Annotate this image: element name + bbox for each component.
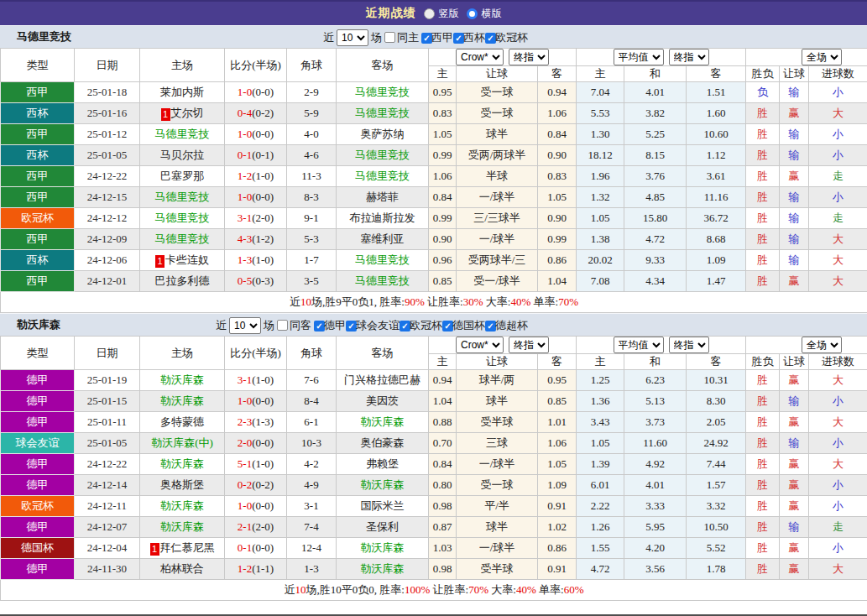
handicap-home-odds: 0.95 xyxy=(429,82,457,103)
match-row: 德甲24-12-07勒沃库森2-1(2-0)7-4圣保利0.87球半1.021.… xyxy=(1,517,867,538)
same-venue-checkbox[interactable] xyxy=(277,320,288,331)
games-count-select[interactable]: 10 xyxy=(337,29,368,46)
away-team[interactable]: 国际米兰 xyxy=(337,496,429,517)
full-match-select[interactable]: 全场 xyxy=(802,337,842,353)
away-team[interactable]: 马德里竞技 xyxy=(337,103,429,124)
home-team[interactable]: 马贝尔拉 xyxy=(140,145,225,166)
score: 1-0(0-0) xyxy=(225,124,287,145)
match-row: 西甲25-01-12马德里竞技1-0(0-0)4-0奥萨苏纳1.05球半0.84… xyxy=(1,124,867,145)
home-team[interactable]: 柏林联合 xyxy=(140,559,225,580)
average-odds-select[interactable]: 平均值 xyxy=(614,337,664,353)
home-team-name: 艾尔切 xyxy=(171,107,204,119)
handicap-away-odds: 1.04 xyxy=(538,271,577,292)
games-count-select[interactable]: 10 xyxy=(229,317,261,334)
sub-avg-draw: 和 xyxy=(624,66,687,82)
corner-count: 7-6 xyxy=(287,370,337,391)
average-final-select[interactable]: 终指 xyxy=(669,337,709,353)
handicap-home-odds: 0.94 xyxy=(429,370,457,391)
away-team[interactable]: 马德里竞技 xyxy=(337,145,429,166)
avg-draw-odds: 4.01 xyxy=(624,475,687,496)
avg-home-odds: 1.39 xyxy=(577,454,624,475)
away-team[interactable]: 勒沃库森 xyxy=(337,475,429,496)
away-team[interactable]: 勒沃库森 xyxy=(337,538,429,559)
result-goals: 走 xyxy=(809,166,867,187)
home-team[interactable]: 1拜仁慕尼黑 xyxy=(140,538,225,559)
away-team[interactable]: 奥萨苏纳 xyxy=(337,124,429,145)
score: 5-1(1-0) xyxy=(225,454,287,475)
col-corner: 角球 xyxy=(287,337,337,370)
home-team-name: 马德里竞技 xyxy=(155,191,210,203)
match-row: 西杯25-01-161艾尔切0-4(0-2)5-9马德里竞技0.83受一球1.0… xyxy=(1,103,867,124)
result-outcome: 胜 xyxy=(746,208,780,229)
half-time-score: (0-1) xyxy=(252,149,274,161)
competition-checkbox-label: 欧冠杯 xyxy=(495,31,528,44)
home-team[interactable]: 1卡些连奴 xyxy=(140,250,225,271)
corner-count: 3-1 xyxy=(287,496,337,517)
away-team[interactable]: 布拉迪斯拉发 xyxy=(337,208,429,229)
home-team[interactable]: 马德里竞技 xyxy=(140,208,225,229)
same-venue-checkbox[interactable] xyxy=(384,32,395,43)
match-date: 24-12-09 xyxy=(75,229,140,250)
average-final-select[interactable]: 终指 xyxy=(669,49,709,65)
away-team[interactable]: 美因茨 xyxy=(337,391,429,412)
summary-segment: 10 xyxy=(300,295,311,308)
handicap-away-odds: 0.90 xyxy=(538,208,577,229)
result-goals: 小 xyxy=(809,82,867,103)
filters: 近 10 场 同客 ✓德甲✓球会友谊✓欧冠杯✓德国杯✓德超杯 xyxy=(216,314,528,337)
full-time-score: 1-2 xyxy=(238,170,252,182)
odds-source-select[interactable]: Crow* xyxy=(456,337,504,353)
home-team[interactable]: 巴塞罗那 xyxy=(140,166,225,187)
home-team[interactable]: 勒沃库森 xyxy=(140,517,225,538)
competition-badge: 西甲 xyxy=(1,229,75,250)
avg-draw-odds: 4.72 xyxy=(624,229,687,250)
home-team[interactable]: 勒沃库森 xyxy=(140,391,225,412)
odds-final-select[interactable]: 终指 xyxy=(509,337,549,353)
home-team[interactable]: 马德里竞技 xyxy=(140,124,225,145)
home-team[interactable]: 勒沃库森 xyxy=(140,496,225,517)
full-time-score: 1-3 xyxy=(238,253,252,266)
away-team[interactable]: 马德里竞技 xyxy=(337,250,429,271)
result-outcome: 胜 xyxy=(746,412,780,433)
avg-home-odds: 1.30 xyxy=(577,124,624,145)
handicap-home-odds: 1.04 xyxy=(429,391,457,412)
full-match-select[interactable]: 全场 xyxy=(802,49,842,65)
radio-vertical-layout[interactable] xyxy=(424,8,435,19)
odds-final-select[interactable]: 终指 xyxy=(509,49,549,65)
away-team[interactable]: 马德里竞技 xyxy=(337,82,429,103)
away-team[interactable]: 勒沃库森 xyxy=(337,559,429,580)
match-date: 24-12-14 xyxy=(75,475,140,496)
home-team[interactable]: 马德里竞技 xyxy=(140,229,225,250)
away-team[interactable]: 勒沃库森 xyxy=(337,412,429,433)
away-team[interactable]: 赫塔菲 xyxy=(337,187,429,208)
away-team[interactable]: 弗赖堡 xyxy=(337,454,429,475)
section-header-leverkusen: 勒沃库森 近 10 场 同客 ✓德甲✓球会友谊✓欧冠杯✓德国杯✓德超杯 xyxy=(0,313,867,336)
handicap-home-odds: 0.83 xyxy=(429,103,457,124)
away-team[interactable]: 马德里竞技 xyxy=(337,166,429,187)
home-team[interactable]: 多特蒙德 xyxy=(140,412,225,433)
away-team[interactable]: 马德里竞技 xyxy=(337,271,429,292)
home-team[interactable]: 勒沃库森 xyxy=(140,370,225,391)
away-team[interactable]: 圣保利 xyxy=(337,517,429,538)
home-team[interactable]: 奥格斯堡 xyxy=(140,475,225,496)
home-team[interactable]: 马德里竞技 xyxy=(140,187,225,208)
home-team[interactable]: 勒沃库森(中) xyxy=(140,433,225,454)
col-date: 日期 xyxy=(75,337,140,370)
match-date: 25-01-05 xyxy=(75,433,140,454)
radio-horizontal-layout[interactable] xyxy=(467,8,478,19)
away-team[interactable]: 门兴格拉德巴赫 xyxy=(337,370,429,391)
result-handicap: 输 xyxy=(780,391,809,412)
avg-home-odds: 1.36 xyxy=(577,391,624,412)
avg-away-odds: 10.50 xyxy=(687,517,746,538)
match-date: 25-01-05 xyxy=(75,145,140,166)
average-odds-select[interactable]: 平均值 xyxy=(614,49,664,65)
home-team[interactable]: 1艾尔切 xyxy=(140,103,225,124)
half-time-score: (0-0) xyxy=(252,394,274,407)
away-team[interactable]: 塞维利亚 xyxy=(337,229,429,250)
result-handicap: 赢 xyxy=(780,103,809,124)
away-team[interactable]: 奥伯豪森 xyxy=(337,433,429,454)
odds-source-select[interactable]: Crow* xyxy=(456,49,504,65)
home-team[interactable]: 巴拉多利德 xyxy=(140,271,225,292)
home-team[interactable]: 勒沃库森 xyxy=(140,454,225,475)
away-team-name: 圣保利 xyxy=(366,520,399,533)
home-team[interactable]: 莱加内斯 xyxy=(140,82,225,103)
